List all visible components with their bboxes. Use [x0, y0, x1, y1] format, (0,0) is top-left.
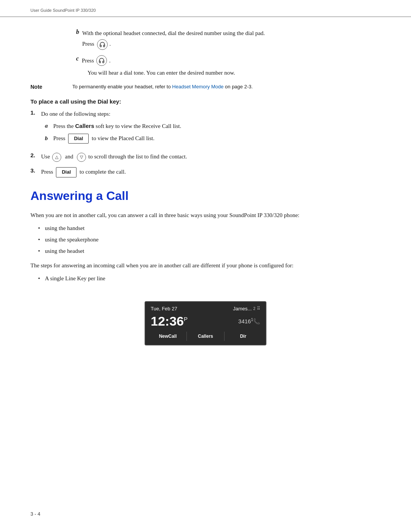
alpha-content-b: Press Dial to view the Placed Call list.: [53, 134, 381, 144]
page-number: 3 - 4: [30, 511, 40, 517]
dial-button-complete: Dial: [56, 167, 76, 177]
alpha-label-b: b: [45, 135, 53, 142]
display-dots: ⠿: [257, 306, 260, 311]
intro-text: When you are not in another call, you ca…: [30, 211, 381, 220]
step-b-text: With the optional headset connected, dia…: [82, 30, 265, 36]
step-body-1: Do one of the following steps: a Press t…: [41, 109, 381, 147]
softkey-callers[interactable]: Callers: [187, 332, 225, 341]
step-b-block: b With the optional headset connected, d…: [76, 29, 381, 76]
step-b-row: b With the optional headset connected, d…: [76, 29, 381, 51]
bullet-item-headset: using the headset: [38, 246, 381, 256]
step-c-content: Press .: [82, 55, 381, 66]
display-ext: 34161📞: [238, 318, 260, 325]
header-bar: User Guide SoundPoint IP 330/320: [0, 0, 411, 17]
step-b-letter: b: [76, 29, 79, 35]
section-title: Answering a Call: [30, 189, 381, 203]
headset-icon-c: [96, 55, 107, 66]
and-text: and: [65, 153, 73, 160]
callers-bold: Callers: [75, 123, 94, 129]
bullet-item-handset: using the handset: [38, 224, 381, 233]
steps-text: The steps for answering an incoming call…: [30, 261, 381, 270]
display-softkeys: NewCall Callers Dir: [149, 332, 262, 341]
numbered-step-2: 2. Use △ and ▽ to scroll through the lis…: [30, 152, 381, 162]
step-b-press-row: Press .: [82, 39, 381, 50]
note-label: Note: [30, 83, 65, 90]
bullet-list-1: using the handset using the speakerphone…: [38, 224, 381, 256]
display-time: 12:36P: [151, 314, 188, 329]
headset-icon-b: [97, 39, 108, 50]
headset-memory-mode-link[interactable]: Headset Memory Mode: [172, 84, 223, 89]
step-b-content: With the optional headset connected, dia…: [82, 29, 381, 51]
step-c-press-label: Press: [82, 56, 94, 65]
step-num-3: 3.: [30, 167, 41, 174]
softkey-dir[interactable]: Dir: [225, 332, 262, 341]
up-arrow-icon: △: [52, 153, 61, 162]
step-num-2: 2.: [30, 152, 41, 158]
header-label: User Guide SoundPoint IP 330/320: [30, 8, 96, 13]
step-body-2: Use △ and ▽ to scroll through the list t…: [41, 152, 381, 162]
you-will-text: You will hear a dial tone. You can enter…: [88, 70, 381, 76]
page-footer: 3 - 4: [30, 511, 40, 517]
step-c-period: .: [109, 56, 111, 65]
alpha-step-b: b Press Dial to view the Placed Call lis…: [45, 134, 381, 144]
page-container: User Guide SoundPoint IP 330/320 b With …: [0, 0, 411, 532]
note-text: To permanently enable your headset, refe…: [72, 83, 381, 91]
step-c-letter: c: [76, 55, 79, 62]
alpha-content-a: Press the Callers soft key to view the R…: [53, 121, 381, 131]
step-body-3: Press Dial to complete the call.: [41, 167, 381, 177]
display-pm: P: [184, 316, 188, 322]
step-num-1: 1.: [30, 109, 41, 116]
bullet-item-speakerphone: using the speakerphone: [38, 235, 381, 244]
display-top-row: Tue, Feb 27 James... 2 ⠿: [149, 305, 262, 312]
step-c-press-inline: Press .: [82, 55, 110, 66]
step-c-row: c Press .: [76, 55, 381, 66]
display-name: James...: [233, 306, 252, 312]
note-text-before: To permanently enable your headset, refe…: [72, 84, 172, 89]
bullet-list-2: A single Line Key per line: [38, 274, 381, 283]
step-b-period: .: [109, 41, 111, 47]
step-b-press-label: Press: [82, 41, 96, 47]
display-name-super: 2: [253, 307, 255, 311]
note-row: Note To permanently enable your headset,…: [30, 83, 381, 91]
bullet-item-line-key: A single Line Key per line: [38, 274, 381, 283]
alpha-step-a: a Press the Callers soft key to view the…: [45, 121, 381, 131]
display-ext-super: 1: [251, 318, 253, 322]
dial-button-placed: Dial: [68, 134, 89, 144]
dial-key-subheading: To place a call using the Dial key:: [30, 98, 381, 105]
display-date: Tue, Feb 27: [151, 306, 177, 312]
step-1-text: Do one of the following steps:: [41, 109, 381, 118]
display-name-area: James... 2 ⠿: [233, 306, 260, 312]
down-arrow-icon: ▽: [77, 153, 86, 162]
numbered-step-3: 3. Press Dial to complete the call.: [30, 167, 381, 177]
alpha-label-a: a: [45, 123, 53, 129]
softkey-newcall[interactable]: NewCall: [149, 332, 187, 341]
phone-display-wrap: Tue, Feb 27 James... 2 ⠿ 12:36P 34161📞 N…: [30, 292, 381, 345]
numbered-step-1: 1. Do one of the following steps: a Pres…: [30, 109, 381, 147]
phone-display: Tue, Feb 27 James... 2 ⠿ 12:36P 34161📞 N…: [145, 301, 266, 345]
main-content: b With the optional headset connected, d…: [0, 17, 411, 380]
display-time-row: 12:36P 34161📞: [149, 313, 262, 329]
note-text-after: on page 2-3.: [223, 84, 253, 89]
